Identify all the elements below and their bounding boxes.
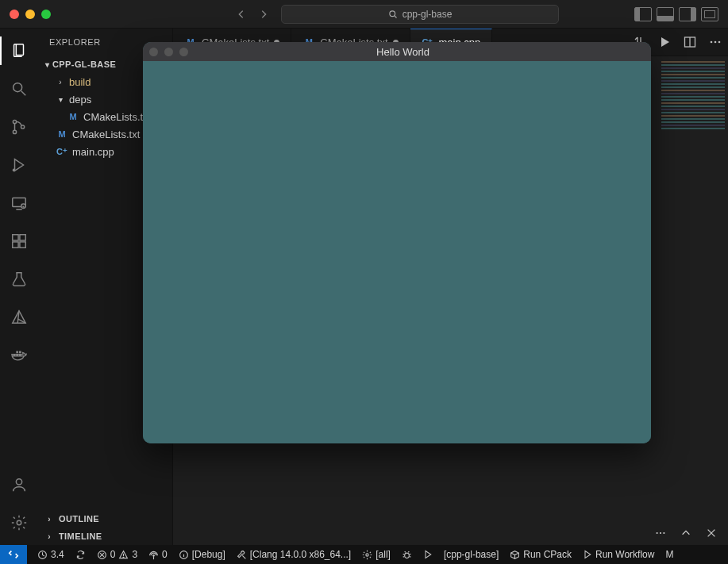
docker-activity-icon[interactable] (0, 338, 38, 373)
status-cmake-kit[interactable]: [Clang 14.0.0 x86_64...] (231, 549, 356, 560)
testing-activity-icon[interactable] (0, 262, 38, 297)
status-cpack[interactable]: Run CPack (504, 549, 577, 560)
radio-tower-icon (148, 550, 159, 560)
minimize-window-button[interactable] (25, 10, 35, 19)
status-clock-text: 3.4 (51, 549, 64, 560)
svg-point-4 (21, 125, 24, 129)
status-clock[interactable]: 3.4 (32, 549, 70, 560)
hello-world-canvas (143, 61, 651, 443)
maximize-panel-icon[interactable] (679, 526, 693, 540)
status-cmake-build[interactable]: [all] (356, 549, 396, 560)
search-activity-icon[interactable] (0, 71, 38, 106)
cmake-activity-icon[interactable] (0, 300, 38, 335)
back-button[interactable] (232, 5, 251, 24)
svg-point-5 (13, 169, 16, 172)
remote-explorer-activity-icon[interactable] (0, 186, 38, 221)
maximize-window-button[interactable] (41, 10, 51, 19)
window-traffic-lights (10, 10, 51, 19)
accounts-activity-icon[interactable] (0, 467, 38, 502)
chevron-right-icon: › (56, 78, 65, 86)
extensions-activity-icon[interactable] (0, 224, 38, 259)
app-minimize-button[interactable] (164, 48, 173, 56)
outline-section-header[interactable]: › OUTLINE (38, 510, 172, 528)
app-window-title: Hello World (376, 46, 429, 58)
activity-bar (0, 29, 38, 545)
svg-point-20 (711, 41, 713, 44)
chevron-down-icon: ▾ (56, 95, 65, 104)
gear-icon (362, 550, 372, 560)
settings-activity-icon[interactable] (0, 505, 38, 540)
svg-point-2 (13, 120, 16, 123)
forward-button[interactable] (254, 5, 273, 24)
explorer-activity-icon[interactable] (0, 33, 38, 68)
close-panel-icon[interactable] (704, 526, 718, 540)
cpack-text: Run CPack (523, 549, 572, 560)
app-close-button[interactable] (149, 48, 158, 56)
hello-world-app-window[interactable]: Hello World (143, 42, 651, 443)
status-bar: 3.4 0 3 0 [Debug] [Clang 14.0.0 x86_64..… (0, 545, 728, 564)
svg-point-31 (366, 553, 368, 555)
timeline-label: TIMELINE (59, 531, 102, 541)
toggle-primary-sidebar-icon[interactable] (634, 7, 652, 21)
error-count: 0 (110, 549, 116, 560)
status-workflow[interactable]: Run Workflow (577, 549, 660, 560)
history-nav (232, 5, 273, 24)
run-file-icon[interactable] (657, 34, 672, 50)
split-editor-icon[interactable] (682, 34, 698, 50)
status-cmake-config[interactable]: [Debug] (173, 549, 231, 560)
status-launch[interactable] (418, 550, 438, 559)
svg-point-0 (390, 10, 395, 16)
package-icon (510, 550, 520, 560)
layout-controls (634, 7, 718, 21)
panel-more-icon[interactable] (653, 526, 668, 540)
customize-layout-icon[interactable] (701, 7, 718, 21)
svg-point-21 (715, 41, 717, 44)
play-icon (423, 550, 433, 559)
status-problems[interactable]: 0 3 (91, 549, 143, 560)
info-icon (179, 550, 189, 560)
window-titlebar: cpp-gl-base (0, 0, 728, 29)
chevron-down-icon: ▾ (43, 60, 52, 69)
status-sync[interactable] (70, 550, 91, 560)
app-maximize-button[interactable] (179, 48, 188, 56)
chevron-right-icon: › (44, 532, 54, 541)
warning-count: 3 (132, 549, 137, 560)
hello-world-titlebar: Hello World (143, 42, 651, 61)
svg-point-23 (657, 532, 658, 534)
run-debug-activity-icon[interactable] (0, 148, 38, 182)
source-control-activity-icon[interactable] (0, 109, 38, 144)
close-window-button[interactable] (10, 10, 19, 19)
clock-icon (37, 550, 48, 560)
sidebar-collapsed-sections: › OUTLINE › TIMELINE (38, 510, 172, 545)
file-label: CMakeLists.txt (72, 129, 140, 140)
tools-icon (237, 550, 247, 560)
svg-rect-16 (19, 351, 21, 354)
svg-rect-11 (20, 235, 25, 240)
status-ports[interactable]: 0 (143, 549, 173, 560)
remote-indicator[interactable] (0, 545, 27, 564)
bug-icon (402, 550, 412, 560)
status-debug-launch[interactable] (396, 550, 418, 560)
error-icon (97, 550, 107, 560)
svg-point-17 (16, 479, 21, 485)
timeline-section-header[interactable]: › TIMELINE (38, 528, 172, 545)
toggle-secondary-sidebar-icon[interactable] (679, 7, 696, 21)
command-center-search[interactable]: cpp-gl-base (281, 5, 559, 24)
svg-point-25 (663, 532, 664, 534)
launch-target-text: [cpp-gl-base] (444, 549, 499, 560)
cmake-kit-text: [Clang 14.0.0 x86_64...] (250, 549, 351, 560)
cmake-config-text: [Debug] (192, 549, 225, 560)
status-trailing[interactable]: M (660, 549, 679, 560)
status-launch-target[interactable]: [cpp-gl-base] (438, 549, 504, 560)
svg-point-18 (17, 520, 21, 525)
svg-point-28 (123, 557, 124, 558)
cpp-file-icon: C⁺ (56, 147, 68, 157)
app-traffic-lights (149, 48, 188, 56)
minimap[interactable] (658, 56, 728, 521)
more-actions-icon[interactable] (707, 34, 723, 50)
svg-rect-9 (13, 242, 18, 247)
toggle-panel-icon[interactable] (657, 7, 674, 21)
cmake-file-icon: M (56, 129, 68, 139)
chevron-right-icon: › (44, 515, 54, 524)
svg-point-32 (405, 553, 410, 558)
